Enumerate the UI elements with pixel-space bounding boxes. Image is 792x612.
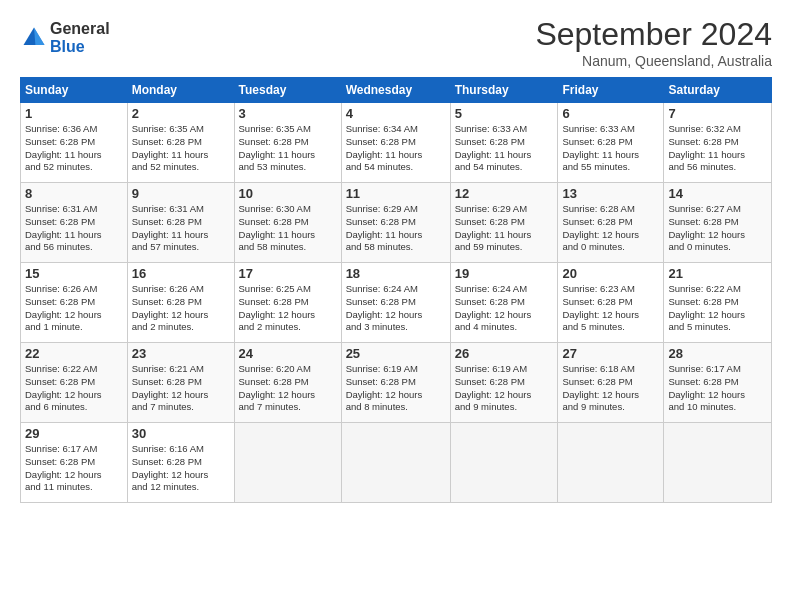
- table-row: 22Sunrise: 6:22 AM Sunset: 6:28 PM Dayli…: [21, 343, 128, 423]
- day-info: Sunrise: 6:36 AM Sunset: 6:28 PM Dayligh…: [25, 123, 123, 174]
- table-row: 8Sunrise: 6:31 AM Sunset: 6:28 PM Daylig…: [21, 183, 128, 263]
- month-title: September 2024: [535, 16, 772, 53]
- day-info: Sunrise: 6:35 AM Sunset: 6:28 PM Dayligh…: [239, 123, 337, 174]
- table-row: 21Sunrise: 6:22 AM Sunset: 6:28 PM Dayli…: [664, 263, 772, 343]
- day-number: 6: [562, 106, 659, 121]
- day-info: Sunrise: 6:26 AM Sunset: 6:28 PM Dayligh…: [25, 283, 123, 334]
- location-subtitle: Nanum, Queensland, Australia: [535, 53, 772, 69]
- day-info: Sunrise: 6:18 AM Sunset: 6:28 PM Dayligh…: [562, 363, 659, 414]
- calendar-week-row: 29Sunrise: 6:17 AM Sunset: 6:28 PM Dayli…: [21, 423, 772, 503]
- day-number: 15: [25, 266, 123, 281]
- table-row: 24Sunrise: 6:20 AM Sunset: 6:28 PM Dayli…: [234, 343, 341, 423]
- calendar-week-row: 1Sunrise: 6:36 AM Sunset: 6:28 PM Daylig…: [21, 103, 772, 183]
- day-number: 17: [239, 266, 337, 281]
- table-row: 23Sunrise: 6:21 AM Sunset: 6:28 PM Dayli…: [127, 343, 234, 423]
- day-info: Sunrise: 6:35 AM Sunset: 6:28 PM Dayligh…: [132, 123, 230, 174]
- day-info: Sunrise: 6:24 AM Sunset: 6:28 PM Dayligh…: [455, 283, 554, 334]
- day-number: 22: [25, 346, 123, 361]
- table-row: [450, 423, 558, 503]
- day-number: 25: [346, 346, 446, 361]
- day-number: 7: [668, 106, 767, 121]
- table-row: 6Sunrise: 6:33 AM Sunset: 6:28 PM Daylig…: [558, 103, 664, 183]
- day-info: Sunrise: 6:31 AM Sunset: 6:28 PM Dayligh…: [25, 203, 123, 254]
- day-info: Sunrise: 6:29 AM Sunset: 6:28 PM Dayligh…: [455, 203, 554, 254]
- day-number: 18: [346, 266, 446, 281]
- table-row: 7Sunrise: 6:32 AM Sunset: 6:28 PM Daylig…: [664, 103, 772, 183]
- day-info: Sunrise: 6:21 AM Sunset: 6:28 PM Dayligh…: [132, 363, 230, 414]
- day-info: Sunrise: 6:24 AM Sunset: 6:28 PM Dayligh…: [346, 283, 446, 334]
- table-row: 3Sunrise: 6:35 AM Sunset: 6:28 PM Daylig…: [234, 103, 341, 183]
- day-number: 24: [239, 346, 337, 361]
- day-number: 21: [668, 266, 767, 281]
- day-info: Sunrise: 6:32 AM Sunset: 6:28 PM Dayligh…: [668, 123, 767, 174]
- col-sunday: Sunday: [21, 78, 128, 103]
- logo-icon: [20, 24, 48, 52]
- day-number: 27: [562, 346, 659, 361]
- table-row: [341, 423, 450, 503]
- day-number: 23: [132, 346, 230, 361]
- day-info: Sunrise: 6:19 AM Sunset: 6:28 PM Dayligh…: [455, 363, 554, 414]
- day-info: Sunrise: 6:29 AM Sunset: 6:28 PM Dayligh…: [346, 203, 446, 254]
- table-row: [664, 423, 772, 503]
- day-info: Sunrise: 6:27 AM Sunset: 6:28 PM Dayligh…: [668, 203, 767, 254]
- table-row: 27Sunrise: 6:18 AM Sunset: 6:28 PM Dayli…: [558, 343, 664, 423]
- title-block: September 2024 Nanum, Queensland, Austra…: [535, 16, 772, 69]
- day-number: 14: [668, 186, 767, 201]
- col-saturday: Saturday: [664, 78, 772, 103]
- table-row: 15Sunrise: 6:26 AM Sunset: 6:28 PM Dayli…: [21, 263, 128, 343]
- table-row: 2Sunrise: 6:35 AM Sunset: 6:28 PM Daylig…: [127, 103, 234, 183]
- day-number: 16: [132, 266, 230, 281]
- day-number: 1: [25, 106, 123, 121]
- day-number: 29: [25, 426, 123, 441]
- day-info: Sunrise: 6:16 AM Sunset: 6:28 PM Dayligh…: [132, 443, 230, 494]
- calendar-week-row: 8Sunrise: 6:31 AM Sunset: 6:28 PM Daylig…: [21, 183, 772, 263]
- col-wednesday: Wednesday: [341, 78, 450, 103]
- day-number: 20: [562, 266, 659, 281]
- table-row: 29Sunrise: 6:17 AM Sunset: 6:28 PM Dayli…: [21, 423, 128, 503]
- calendar-week-row: 15Sunrise: 6:26 AM Sunset: 6:28 PM Dayli…: [21, 263, 772, 343]
- col-friday: Friday: [558, 78, 664, 103]
- svg-marker-1: [34, 28, 45, 46]
- table-row: 10Sunrise: 6:30 AM Sunset: 6:28 PM Dayli…: [234, 183, 341, 263]
- col-monday: Monday: [127, 78, 234, 103]
- table-row: 19Sunrise: 6:24 AM Sunset: 6:28 PM Dayli…: [450, 263, 558, 343]
- day-number: 8: [25, 186, 123, 201]
- table-row: 17Sunrise: 6:25 AM Sunset: 6:28 PM Dayli…: [234, 263, 341, 343]
- calendar-table: Sunday Monday Tuesday Wednesday Thursday…: [20, 77, 772, 503]
- day-number: 3: [239, 106, 337, 121]
- table-row: 11Sunrise: 6:29 AM Sunset: 6:28 PM Dayli…: [341, 183, 450, 263]
- table-row: [234, 423, 341, 503]
- header-area: General Blue September 2024 Nanum, Queen…: [20, 16, 772, 69]
- col-thursday: Thursday: [450, 78, 558, 103]
- day-number: 13: [562, 186, 659, 201]
- day-info: Sunrise: 6:26 AM Sunset: 6:28 PM Dayligh…: [132, 283, 230, 334]
- table-row: 1Sunrise: 6:36 AM Sunset: 6:28 PM Daylig…: [21, 103, 128, 183]
- day-number: 19: [455, 266, 554, 281]
- logo-text: General Blue: [50, 20, 110, 56]
- day-number: 9: [132, 186, 230, 201]
- day-number: 11: [346, 186, 446, 201]
- table-row: 25Sunrise: 6:19 AM Sunset: 6:28 PM Dayli…: [341, 343, 450, 423]
- table-row: 18Sunrise: 6:24 AM Sunset: 6:28 PM Dayli…: [341, 263, 450, 343]
- calendar-week-row: 22Sunrise: 6:22 AM Sunset: 6:28 PM Dayli…: [21, 343, 772, 423]
- day-info: Sunrise: 6:33 AM Sunset: 6:28 PM Dayligh…: [455, 123, 554, 174]
- table-row: 12Sunrise: 6:29 AM Sunset: 6:28 PM Dayli…: [450, 183, 558, 263]
- day-number: 30: [132, 426, 230, 441]
- table-row: 9Sunrise: 6:31 AM Sunset: 6:28 PM Daylig…: [127, 183, 234, 263]
- day-info: Sunrise: 6:28 AM Sunset: 6:28 PM Dayligh…: [562, 203, 659, 254]
- day-info: Sunrise: 6:22 AM Sunset: 6:28 PM Dayligh…: [668, 283, 767, 334]
- day-info: Sunrise: 6:20 AM Sunset: 6:28 PM Dayligh…: [239, 363, 337, 414]
- table-row: 20Sunrise: 6:23 AM Sunset: 6:28 PM Dayli…: [558, 263, 664, 343]
- table-row: 4Sunrise: 6:34 AM Sunset: 6:28 PM Daylig…: [341, 103, 450, 183]
- page: General Blue September 2024 Nanum, Queen…: [0, 0, 792, 612]
- calendar-header-row: Sunday Monday Tuesday Wednesday Thursday…: [21, 78, 772, 103]
- table-row: 26Sunrise: 6:19 AM Sunset: 6:28 PM Dayli…: [450, 343, 558, 423]
- day-number: 10: [239, 186, 337, 201]
- table-row: 30Sunrise: 6:16 AM Sunset: 6:28 PM Dayli…: [127, 423, 234, 503]
- table-row: 16Sunrise: 6:26 AM Sunset: 6:28 PM Dayli…: [127, 263, 234, 343]
- day-info: Sunrise: 6:23 AM Sunset: 6:28 PM Dayligh…: [562, 283, 659, 334]
- col-tuesday: Tuesday: [234, 78, 341, 103]
- table-row: 28Sunrise: 6:17 AM Sunset: 6:28 PM Dayli…: [664, 343, 772, 423]
- day-number: 5: [455, 106, 554, 121]
- table-row: 5Sunrise: 6:33 AM Sunset: 6:28 PM Daylig…: [450, 103, 558, 183]
